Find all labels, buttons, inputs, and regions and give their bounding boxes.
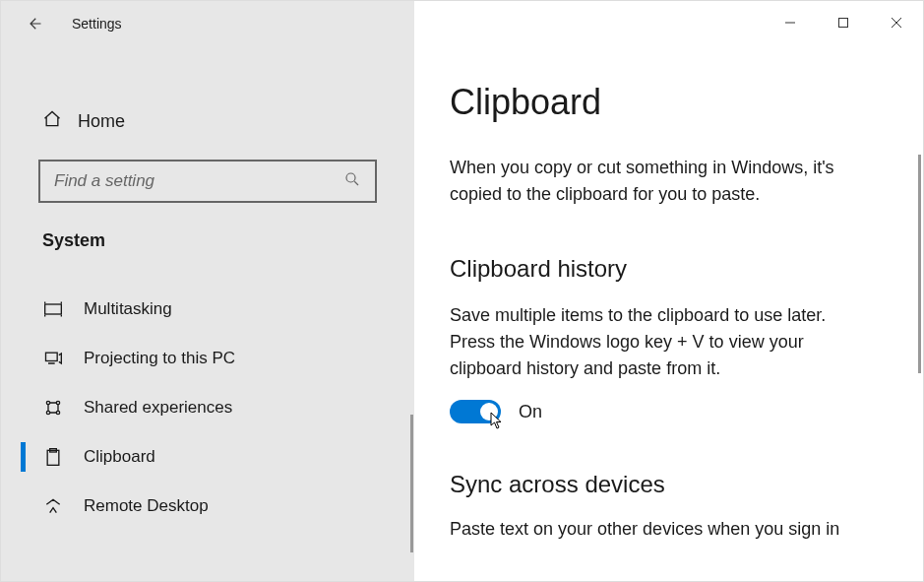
titlebar: Settings [1, 1, 414, 46]
projecting-icon [42, 348, 64, 369]
minimize-icon [784, 17, 796, 29]
clipboard-history-description: Save multiple items to the clipboard to … [450, 302, 864, 382]
minimize-button[interactable] [764, 1, 817, 44]
close-button[interactable] [870, 1, 923, 44]
remote-desktop-icon [42, 495, 64, 517]
svg-rect-1 [45, 304, 62, 314]
svg-point-3 [46, 401, 49, 404]
sidebar-home[interactable]: Home [1, 96, 414, 148]
clipboard-history-toggle[interactable] [450, 400, 501, 423]
close-icon [891, 17, 902, 29]
main-panel: Clipboard When you copy or cut something… [414, 1, 923, 581]
svg-point-4 [56, 401, 59, 404]
sidebar-item-label: Multitasking [84, 299, 172, 319]
svg-point-0 [346, 173, 355, 182]
clipboard-icon [42, 446, 64, 468]
multitasking-icon [42, 298, 64, 320]
svg-rect-2 [46, 353, 58, 360]
clipboard-history-heading: Clipboard history [450, 255, 864, 283]
sidebar-item-label: Clipboard [84, 447, 155, 467]
maximize-button[interactable] [817, 1, 870, 44]
sync-description: Paste text on your other devices when yo… [450, 516, 864, 543]
search-box[interactable] [38, 160, 377, 203]
sidebar-nav-list: Multitasking Projecting to this PC Share… [1, 285, 414, 531]
sidebar-item-clipboard[interactable]: Clipboard [1, 432, 414, 482]
sidebar-item-multitasking[interactable]: Multitasking [1, 285, 414, 334]
svg-point-6 [56, 411, 59, 414]
sidebar-item-label: Shared experiences [84, 398, 232, 418]
sidebar-section-title: System [42, 230, 414, 251]
search-input[interactable] [54, 171, 343, 191]
settings-window: Settings Home System Multitasking [0, 0, 924, 582]
app-title: Settings [72, 16, 122, 32]
sidebar-item-shared[interactable]: Shared experiences [1, 383, 414, 432]
shared-experiences-icon [42, 397, 64, 419]
sync-heading: Sync across devices [450, 471, 864, 498]
page-title: Clipboard [450, 82, 864, 123]
back-button[interactable] [19, 9, 48, 38]
clipboard-history-toggle-row: On [450, 400, 864, 423]
sidebar-item-label: Remote Desktop [84, 496, 209, 516]
toggle-label: On [519, 402, 542, 422]
window-controls [764, 1, 923, 44]
main-content: Clipboard When you copy or cut something… [414, 1, 923, 543]
page-description: When you copy or cut something in Window… [450, 155, 864, 208]
sidebar-home-label: Home [78, 111, 125, 132]
svg-point-5 [46, 411, 49, 414]
maximize-icon [837, 17, 849, 29]
main-scrollbar[interactable] [918, 155, 921, 373]
sidebar-scrollbar[interactable] [410, 415, 413, 552]
home-icon [42, 109, 62, 134]
search-icon [343, 170, 361, 192]
sidebar-item-projecting[interactable]: Projecting to this PC [1, 334, 414, 383]
svg-rect-9 [839, 19, 848, 28]
sidebar-item-label: Projecting to this PC [84, 349, 235, 368]
cursor-icon [490, 412, 506, 431]
sidebar: Settings Home System Multitasking [1, 1, 414, 581]
sidebar-item-remote-desktop[interactable]: Remote Desktop [1, 482, 414, 531]
back-arrow-icon [25, 15, 42, 32]
